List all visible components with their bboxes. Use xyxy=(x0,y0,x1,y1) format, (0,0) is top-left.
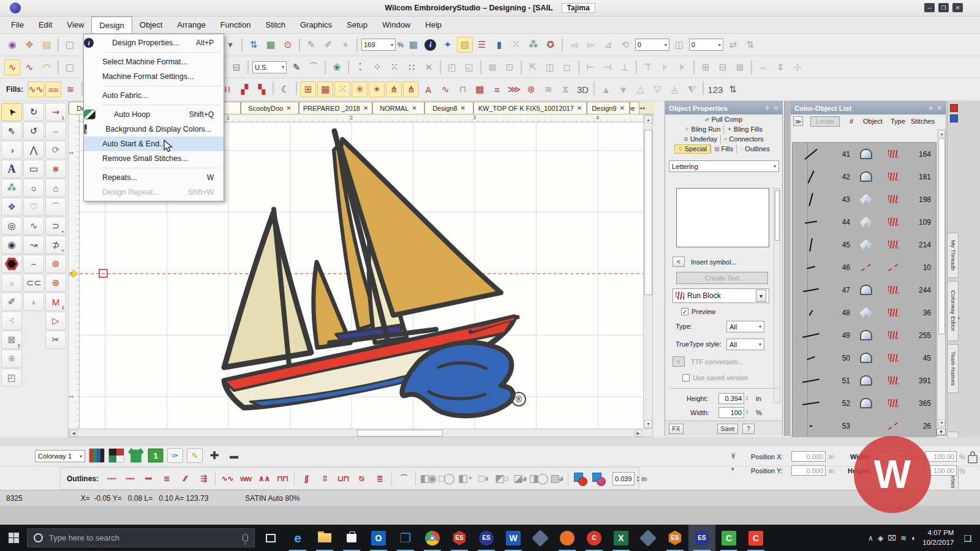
toolbar-icon[interactable]: ✪▾ xyxy=(543,37,559,53)
toolbar-icon[interactable]: ▾ xyxy=(325,61,326,74)
tool-button[interactable]: ⋀ xyxy=(23,141,44,159)
fill-type-icon[interactable]: ✴▾ xyxy=(369,81,385,97)
object-row[interactable]: 51 391 xyxy=(793,369,936,392)
colorway-tool-icon[interactable]: ✚ xyxy=(206,448,222,463)
tool-button[interactable]: ⇖ xyxy=(1,122,22,140)
menu-option[interactable]: Remove Small Stitches... xyxy=(84,151,224,166)
toolbar-icon[interactable]: ▦▾ xyxy=(263,37,279,53)
tool-button[interactable]: ⟳ xyxy=(45,141,66,159)
toolbar-icon[interactable]: ◉▾ xyxy=(4,37,20,53)
tool-button[interactable]: ◰ xyxy=(1,369,22,387)
outline-type-icon[interactable]: ⁞⁞ xyxy=(315,471,334,487)
colorway-select[interactable]: Colorway 1▾ xyxy=(35,450,85,462)
tool-button[interactable]: ↺ xyxy=(23,122,44,140)
menu-item[interactable]: Stitch xyxy=(258,17,293,33)
fill-type-icon[interactable]: ▚▾ xyxy=(254,81,270,97)
outline-type-icon[interactable]: ⊓⊓ xyxy=(273,471,292,487)
toolbar-icon[interactable]: ⊢▾ xyxy=(582,59,598,75)
fill-type-icon[interactable]: ▾ xyxy=(703,81,704,95)
outline-type-icon[interactable]: ◧◉ xyxy=(418,471,437,487)
fill-type-icon[interactable]: ⁙▾ xyxy=(334,81,350,97)
expand-icon[interactable]: ≫ xyxy=(730,452,737,459)
pin-icon[interactable]: ✛ xyxy=(764,105,769,111)
collapse-all-icon[interactable]: ≫ xyxy=(793,116,803,126)
panel-scrollbar[interactable] xyxy=(774,188,780,403)
tool-button[interactable]: ⊅+ xyxy=(45,236,66,254)
height-field[interactable]: 0.394 xyxy=(718,393,744,404)
outline-type-icon[interactable]: ∫∫ xyxy=(297,471,315,487)
toolbar-icon[interactable]: ▾ xyxy=(58,38,59,51)
outline-type-icon[interactable] xyxy=(391,471,392,486)
tray-icon[interactable]: ≋ xyxy=(900,534,907,542)
toolbar-icon[interactable]: ⁘▾ xyxy=(369,59,385,75)
toolbar-icon[interactable]: ▾ xyxy=(521,61,522,74)
tool-button[interactable]: ⊃+ xyxy=(45,217,66,235)
fill-type-icon[interactable]: ✳▾ xyxy=(352,81,368,97)
toolbar-icon[interactable]: ⊡▾ xyxy=(502,59,518,75)
horizontal-scrollbar[interactable]: ◀ ▶ xyxy=(69,429,653,437)
taskbar-clock[interactable]: 4:07 PM 10/2/2017 xyxy=(922,528,954,547)
maximize-button[interactable]: ❐ xyxy=(938,3,949,12)
properties-tab[interactable]: ◌Outlines xyxy=(736,144,773,154)
fill-type-icon[interactable]: ⇅▾ xyxy=(725,81,741,97)
menu-item[interactable]: Edit xyxy=(31,17,59,33)
position-x-field[interactable]: 0.000 xyxy=(791,451,826,462)
menu-item[interactable]: Setup xyxy=(339,17,375,33)
toolbar-icon[interactable]: ⊤▾ xyxy=(640,59,656,75)
toolbar-icon[interactable]: ▾ xyxy=(241,38,243,51)
vertical-scrollbar[interactable]: ▲ ▼ xyxy=(643,114,653,429)
fill-type-icon[interactable]: ▾ xyxy=(594,81,595,95)
tool-button[interactable]: ● xyxy=(1,274,22,292)
tool-button[interactable]: A xyxy=(1,160,22,178)
toolbar-icon[interactable]: ▮▾ xyxy=(491,37,507,53)
outline-type-icon[interactable]: ww xyxy=(236,471,255,487)
tab-scroll-buttons[interactable]: ◂▸ xyxy=(639,103,654,113)
position-y-field[interactable]: 0.000 xyxy=(791,465,826,476)
close-button[interactable]: ✕ xyxy=(952,3,963,12)
fill-type-icon[interactable]: ▾ xyxy=(296,81,297,95)
colorway-tool-icon[interactable]: 1 xyxy=(148,448,164,463)
toolbar-icon[interactable]: ⁂▾ xyxy=(526,37,541,53)
tool-button[interactable]: ⌂ xyxy=(45,179,66,197)
tool-button[interactable] xyxy=(1,255,22,273)
width-percent-field[interactable]: 100.00 xyxy=(925,451,957,462)
outline-type-icon[interactable] xyxy=(568,471,568,486)
toolbar-icon[interactable]: ◱▾ xyxy=(461,59,477,75)
toolbar-icon[interactable]: ❀▾ xyxy=(329,59,345,75)
toolbar-icon[interactable]: ✥▾ xyxy=(21,37,37,53)
docked-panel-tab[interactable]: My Threads xyxy=(948,233,959,278)
fill-type-icon[interactable]: 3D▾ xyxy=(575,81,590,97)
menu-item[interactable]: Design xyxy=(91,17,132,33)
colorway-tool-icon[interactable]: ✑ xyxy=(167,448,183,463)
toolbar-icon[interactable]: ▾ xyxy=(299,38,300,51)
dock-icon-red[interactable] xyxy=(950,104,958,112)
outline-type-icon[interactable] xyxy=(589,471,608,487)
outline-type-icon[interactable]: ≋ xyxy=(157,471,176,487)
outline-type-icon[interactable]: ∿∿ xyxy=(218,471,236,487)
outline-type-icon[interactable]: ≣ xyxy=(371,471,389,487)
toolbar-icon[interactable]: ⌖▾ xyxy=(337,37,353,53)
properties-tab[interactable]: ⇌Pull Comp xyxy=(702,115,745,124)
fill-type-icon[interactable]: ∿∿▾ xyxy=(28,81,44,97)
outline-type-icon[interactable]: ◩○ xyxy=(492,471,510,487)
tool-button[interactable]: ◑ xyxy=(1,141,22,159)
object-row[interactable]: 53 26 xyxy=(793,414,936,437)
outline-type-icon[interactable] xyxy=(415,471,416,486)
fill-type-icon[interactable]: ⧨▾ xyxy=(684,81,699,97)
tray-icon[interactable]: ◖ xyxy=(911,534,915,542)
toolbar-icon[interactable]: ⊠▾ xyxy=(732,59,748,75)
toolbar-icon[interactable]: ∷▾ xyxy=(404,59,420,75)
outline-type-icon[interactable]: □◯ xyxy=(437,471,455,487)
toolbar-icon[interactable]: ⊠▾ xyxy=(484,59,500,75)
tool-button[interactable]: ⇝1 xyxy=(45,103,66,121)
gap-spinner[interactable]: ▲▼ xyxy=(636,475,640,482)
width-spinner[interactable]: ↕ xyxy=(745,408,749,415)
toolbar-icon[interactable]: 0▾ xyxy=(635,37,670,53)
fill-type-icon[interactable]: ▲▾ xyxy=(598,81,614,97)
fill-type-icon[interactable]: ▾ xyxy=(273,81,274,95)
colorway-tool-icon[interactable] xyxy=(89,448,105,463)
toolbar-icon[interactable]: ▻▾ xyxy=(583,37,599,53)
toolbar-icon[interactable]: ⇄▾ xyxy=(725,37,741,53)
properties-tab[interactable]: ⌁Connectors xyxy=(720,135,767,144)
outline-type-icon[interactable]: ⊔⊓ xyxy=(334,471,352,487)
